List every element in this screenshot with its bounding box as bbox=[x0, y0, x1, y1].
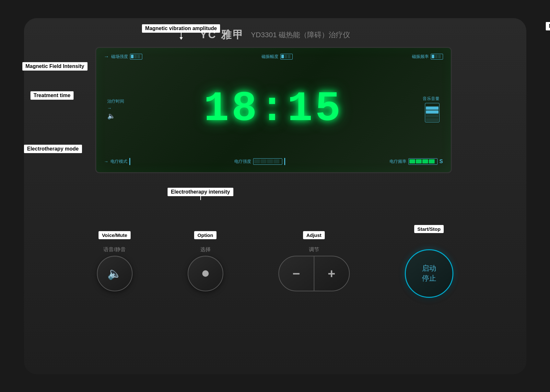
magnetic-frequency-bar bbox=[431, 54, 443, 60]
minus-button[interactable]: − bbox=[279, 256, 314, 291]
electro-mode-annotation-group: Electrotherapy mode bbox=[24, 147, 43, 151]
electro-mode-annotation: Electrotherapy mode bbox=[24, 145, 82, 153]
lcd-display: → 磁场强度 磁振幅度 bbox=[95, 47, 452, 173]
amp-seg-3 bbox=[288, 55, 290, 58]
middle-section: 治疗时间 → 🔈 18:15 音乐音量 bbox=[104, 62, 443, 157]
brand-model: YD3301 磁热能（障碍）治疗仪 bbox=[251, 30, 350, 40]
treatment-time-annotation: Treatment time bbox=[30, 91, 74, 100]
volume-mini-icon: 🔈 bbox=[107, 112, 124, 120]
electro-freq-label: 电疗频率 bbox=[390, 159, 406, 164]
bar-seg-2 bbox=[134, 55, 137, 58]
bar-seg-3 bbox=[137, 55, 140, 58]
voice-mute-annotation: Voice/Mute bbox=[99, 231, 130, 239]
mode-line-2 bbox=[284, 158, 285, 165]
voice-mute-chinese: 语音/静音 bbox=[103, 246, 125, 253]
electro-freq-group: 电疗频率 S bbox=[390, 158, 443, 165]
mag-freq-annotation-group: Magnetic vibration frequency bbox=[546, 26, 550, 27]
option-chinese: 选择 bbox=[200, 246, 211, 253]
vol-seg-2 bbox=[426, 110, 439, 114]
electro-mode-group: → 电疗模式 bbox=[104, 158, 130, 165]
bottom-indicators: → 电疗模式 电疗强度 电疗频率 bbox=[104, 157, 443, 166]
electro-mode-label: 电疗模式 bbox=[111, 159, 127, 164]
f-seg-4 bbox=[429, 159, 435, 163]
magnetic-frequency-group: 磁振频率 bbox=[412, 54, 443, 60]
amp-seg-1 bbox=[281, 55, 284, 58]
plus-button[interactable]: + bbox=[314, 256, 349, 291]
f-seg-3 bbox=[422, 159, 428, 163]
option-group: Option 选择 bbox=[188, 231, 223, 291]
option-icon bbox=[202, 270, 209, 277]
magnetic-amplitude-bar bbox=[280, 54, 293, 60]
vol-seg-3 bbox=[426, 114, 439, 118]
treatment-time-label: 治疗时间 bbox=[107, 98, 124, 104]
magnetic-amplitude-group: 磁振幅度 bbox=[262, 54, 293, 60]
voice-mute-button[interactable]: 🔈 bbox=[97, 256, 133, 291]
left-section: 治疗时间 → 🔈 bbox=[107, 98, 124, 120]
spacer3 bbox=[314, 242, 314, 242]
intensity-bar bbox=[253, 158, 282, 165]
electro-mode-arrow: → bbox=[104, 159, 109, 164]
spacer1 bbox=[114, 242, 115, 242]
start-label: 启动 bbox=[422, 264, 436, 272]
freq-s-label: S bbox=[439, 159, 443, 164]
bar-seg-1 bbox=[131, 55, 134, 58]
option-button[interactable] bbox=[188, 256, 223, 291]
magnetic-field-annotation-group: Magnetic Field Intensity bbox=[22, 65, 41, 68]
adjust-group: Adjust 调节 − + bbox=[278, 231, 350, 291]
magnetic-frequency-label: 磁振频率 bbox=[412, 54, 429, 60]
stop-label: 停止 bbox=[422, 274, 436, 282]
start-stop-annotation: Start/Stop bbox=[414, 225, 444, 233]
i-seg-1 bbox=[254, 159, 260, 163]
start-stop-chinese: 启动 停止 bbox=[422, 263, 436, 284]
arrow-ma bbox=[180, 37, 183, 40]
electro-intensity-group: 电疗强度 bbox=[234, 158, 285, 165]
vol-seg-4 bbox=[426, 118, 439, 121]
digital-time-display: 18:15 bbox=[204, 88, 343, 130]
right-section: 音乐音量 bbox=[423, 96, 439, 122]
freq-seg-2 bbox=[435, 55, 438, 58]
brand-header: YC 雅甲 YD3301 磁热能（障碍）治疗仪 bbox=[43, 28, 507, 42]
option-annotation: Option bbox=[194, 231, 216, 239]
i-seg-2 bbox=[261, 159, 266, 163]
f-seg-2 bbox=[416, 159, 422, 163]
i-seg-4 bbox=[274, 159, 279, 163]
mag-amp-annotation-group: Magnetic vibration amplitude bbox=[180, 24, 183, 40]
volume-bar bbox=[425, 103, 439, 122]
adjust-annotation: Adjust bbox=[303, 231, 325, 239]
magnetic-field-group: → 磁场强度 bbox=[104, 54, 142, 60]
start-stop-button[interactable]: 启动 停止 bbox=[405, 249, 453, 298]
spacer4 bbox=[429, 236, 429, 236]
treatment-time-annotation-group: Treatment time bbox=[30, 94, 49, 97]
plus-icon: + bbox=[328, 266, 335, 281]
f-seg-1 bbox=[409, 159, 415, 163]
mode-line bbox=[129, 158, 130, 165]
electro-intensity-label: 电疗强度 bbox=[234, 159, 251, 164]
electro-int-annotation-group: Electrotherapy intensity bbox=[199, 188, 202, 200]
adjust-chinese: 调节 bbox=[309, 246, 319, 253]
minus-plus-container: − + bbox=[278, 256, 350, 291]
arrow-right: → bbox=[104, 54, 109, 60]
freq-seg-1 bbox=[432, 55, 434, 58]
device-panel: YC 雅甲 YD3301 磁热能（障碍）治疗仪 → 磁场强度 bbox=[24, 18, 526, 374]
freq-bar bbox=[408, 158, 438, 165]
mag-freq-annotation: Magnetic vibration frequency bbox=[546, 22, 550, 30]
electro-int-annotation: Electrotherapy intensity bbox=[168, 188, 233, 196]
magnetic-amplitude-label: 磁振幅度 bbox=[262, 54, 278, 60]
i-seg-3 bbox=[267, 159, 273, 163]
voice-mute-icon: 🔈 bbox=[107, 267, 122, 280]
freq-seg-3 bbox=[438, 55, 441, 58]
start-stop-group: Start/Stop 启动 停止 bbox=[405, 225, 453, 298]
spacer2 bbox=[205, 242, 206, 242]
magnetic-field-label: 磁场强度 bbox=[111, 54, 128, 60]
controls-section: Voice/Mute 语音/静音 🔈 Option 选择 Adjust 调节 − bbox=[43, 225, 507, 298]
treatment-arrow: → bbox=[107, 106, 124, 111]
mag-amp-annotation: Magnetic vibration amplitude bbox=[142, 24, 220, 33]
magnetic-field-annotation: Magnetic Field Intensity bbox=[22, 62, 88, 71]
magnetic-field-bar bbox=[130, 54, 142, 60]
top-indicators: → 磁场强度 磁振幅度 bbox=[104, 54, 443, 60]
voice-mute-group: Voice/Mute 语音/静音 🔈 bbox=[97, 231, 133, 291]
music-volume-label: 音乐音量 bbox=[423, 96, 439, 102]
minus-icon: − bbox=[292, 266, 300, 281]
vol-seg-1 bbox=[426, 106, 439, 110]
amp-seg-2 bbox=[285, 55, 287, 58]
